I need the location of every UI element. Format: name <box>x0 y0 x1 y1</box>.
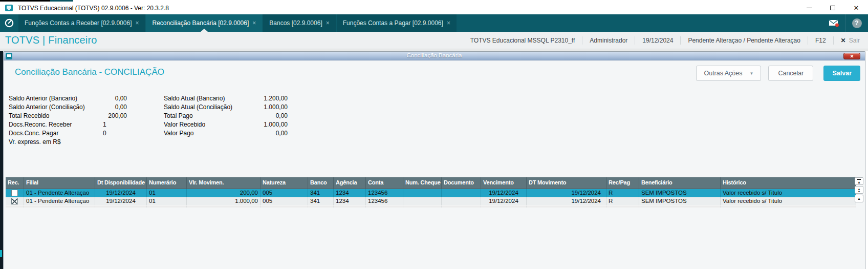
tab-bar: Funções Contas a Receber [02.9.0006]×Rec… <box>0 14 868 32</box>
row-checkbox[interactable] <box>11 190 18 196</box>
tab-close-icon[interactable]: × <box>252 19 256 27</box>
column-header[interactable]: Vencimento <box>481 177 527 189</box>
maximize-button[interactable] <box>821 2 844 14</box>
summary-row: Saldo Anterior (Conciliação)0,00 <box>6 104 127 112</box>
checkbox-cell <box>6 189 24 197</box>
outras-acoes-label: Outras Ações <box>704 70 742 77</box>
checkbox-cell <box>6 197 24 205</box>
help-icon: ? <box>852 18 862 28</box>
ghost-cell <box>24 205 95 208</box>
summary-row: Valor Pago0,00 <box>162 130 288 138</box>
summary-row: Total Recebido200,00 <box>6 112 127 121</box>
summary-row: Saldo Atual (Bancario)1.200,00 <box>162 95 288 104</box>
column-header[interactable]: Rec/Pag <box>606 177 639 189</box>
summary-row: Docs.Reconc. Receber1 <box>6 121 127 130</box>
mail-icon <box>829 19 839 27</box>
window-title: TOTVS Educacional (TOTVS) 02.9.0006 - Ve… <box>18 5 169 12</box>
ghost-cell <box>481 205 527 208</box>
salvar-label: Salvar <box>832 70 852 77</box>
close-window-button[interactable]: ✕ <box>844 2 868 14</box>
exit-label: Sair <box>849 37 860 44</box>
tab-close-icon[interactable]: × <box>326 19 330 27</box>
tab-label: Funções Contas a Pagar [02.9.0006] <box>343 19 443 27</box>
table-cell: 1234 <box>334 189 366 197</box>
left-scroll-handle[interactable] <box>0 250 2 257</box>
column-header[interactable]: DT Movimento <box>527 177 606 189</box>
page-title: Conciliação Bancária - CONCILIAÇÃO <box>15 67 164 77</box>
tab-active[interactable]: Reconciliação Bancária [02.9.0006]× <box>146 14 262 32</box>
column-header[interactable]: Banco <box>308 177 334 189</box>
dialog-close-button[interactable]: ✕ <box>843 53 860 59</box>
table-cell: 01 <box>147 197 187 205</box>
summary-label: Valor Pago <box>162 130 239 137</box>
salvar-button[interactable]: Salvar <box>823 66 860 81</box>
dialog-close-icon: ✕ <box>850 54 854 59</box>
ghost-cell <box>187 205 261 208</box>
ghost-cell <box>6 205 24 208</box>
help-button[interactable]: ? <box>845 14 868 32</box>
summary-value: 200,00 <box>98 112 127 119</box>
totvs-menu-button[interactable] <box>0 14 18 32</box>
summary-row: Total Pago0,00 <box>162 112 288 121</box>
table-cell <box>442 197 481 205</box>
summary-label: Saldo Anterior (Bancario) <box>6 95 98 102</box>
summary-label: Docs.Reconc. Receber <box>6 121 98 128</box>
notifications-mail-button[interactable] <box>822 14 845 32</box>
minimize-button[interactable] <box>797 2 821 14</box>
screen: TOTVS Educacional (TOTVS) 02.9.0006 - Ve… <box>0 0 868 269</box>
ghost-cell <box>95 205 147 208</box>
table-cell: 005 <box>261 197 308 205</box>
column-header[interactable]: Filial <box>24 177 95 189</box>
column-header[interactable]: Agência <box>334 177 366 189</box>
table-row[interactable]: 01 - Pendente Alteraçao19/12/2024011.000… <box>6 197 856 205</box>
column-header[interactable]: Rec. <box>6 177 24 189</box>
table-cell: 19/12/2024 <box>481 197 527 205</box>
chevron-down-icon: ▼ <box>750 71 754 76</box>
column-header[interactable]: Conta <box>366 177 403 189</box>
table-cell: R <box>606 189 639 197</box>
table-scrollbar[interactable]: ▲ ▲ ▲ ▲ <box>855 177 863 202</box>
tab-item[interactable]: Funções Contas a Pagar [02.9.0006]× <box>337 14 457 32</box>
table-cell: 01 <box>147 189 187 197</box>
table-ghost-row <box>6 205 856 208</box>
table-row[interactable]: 01 - Pendente Alteraçao19/12/202401200,0… <box>6 189 856 197</box>
session-meta-item: F12 <box>808 36 834 45</box>
table-cell: 19/12/2024 <box>95 189 147 197</box>
exit-button[interactable]: ✕ Sair <box>834 37 868 44</box>
table-cell: 123456 <box>366 197 403 205</box>
tab-close-icon[interactable]: × <box>447 19 450 27</box>
outras-acoes-button[interactable]: Outras Ações ▼ <box>696 66 761 81</box>
column-header[interactable]: Numerário <box>147 177 187 189</box>
column-header[interactable]: Vlr. Movimen. <box>187 177 261 189</box>
tab-item[interactable]: Bancos [02.9.0006]× <box>263 14 335 32</box>
scroll-up-button[interactable]: ▲ <box>855 195 863 202</box>
table-cell: SEM IMPOSTOS <box>639 197 721 205</box>
column-header[interactable]: Dt Disponibilidade <box>95 177 147 189</box>
action-buttons: Outras Ações ▼ Cancelar Salvar <box>696 66 860 81</box>
table-cell: 1.000,00 <box>187 197 261 205</box>
table-cell: 005 <box>261 189 308 197</box>
column-header[interactable]: Documento <box>442 177 481 189</box>
column-header[interactable]: Histórico <box>721 177 856 189</box>
table-cell: R <box>606 197 639 205</box>
session-meta-item: Pendente Alteraçao / Pendente Alteraçao <box>681 36 808 45</box>
tab-close-icon[interactable]: × <box>135 19 139 27</box>
tab-item[interactable]: Funções Contas a Receber [02.9.0006]× <box>18 14 145 32</box>
column-header[interactable]: Natureza <box>261 177 308 189</box>
scroll-page-up-button[interactable]: ▲ ▲ <box>855 186 863 194</box>
column-header[interactable]: Num. Cheque <box>403 177 442 189</box>
table-body: 01 - Pendente Alteraçao19/12/202401200,0… <box>6 189 856 205</box>
row-checkbox-checked[interactable] <box>11 198 18 204</box>
scroll-up-arrow-icon: ▲ <box>858 190 861 193</box>
scroll-first-button[interactable]: ▲ <box>855 177 863 185</box>
column-header[interactable]: Beneficiário <box>639 177 721 189</box>
table-cell <box>442 189 481 197</box>
summary-value: 1 <box>98 121 127 128</box>
dialog-titlebar[interactable]: Conciliação Bancária ✕ <box>4 52 865 60</box>
summary-label: Saldo Atual (Conciliação) <box>162 104 239 111</box>
scroll-up-arrow-icon: ▲ <box>857 197 861 200</box>
os-titlebar: TOTVS Educacional (TOTVS) 02.9.0006 - Ve… <box>0 2 868 14</box>
ghost-cell <box>308 205 334 208</box>
cancelar-button[interactable]: Cancelar <box>768 66 813 81</box>
table-cell: 19/12/2024 <box>527 189 606 197</box>
